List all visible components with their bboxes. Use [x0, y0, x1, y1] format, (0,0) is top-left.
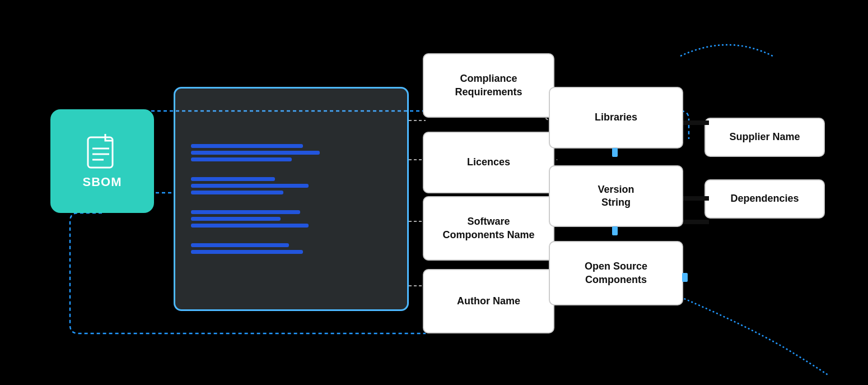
- black-connector-1: [683, 120, 709, 125]
- version-string-label: Version String: [598, 183, 634, 210]
- software-components-box: Software Components Name: [423, 196, 554, 261]
- bar-4: [191, 177, 275, 181]
- licences-label: Licences: [467, 156, 510, 169]
- document-panel: [174, 87, 409, 311]
- licences-box: Licences: [423, 132, 554, 193]
- compliance-requirements-box: Compliance Requirements: [423, 53, 554, 118]
- diagram-container: .dashed-blue { stroke: #2299ff; stroke-w…: [0, 0, 868, 385]
- bar-11: [191, 250, 303, 254]
- compliance-requirements-label: Compliance Requirements: [455, 72, 522, 99]
- bar-8: [191, 217, 281, 221]
- sbom-label: SBOM: [83, 175, 122, 189]
- dependencies-label: Dependencies: [730, 192, 799, 205]
- bar-5: [191, 184, 309, 188]
- author-name-label: Author Name: [457, 295, 520, 308]
- libraries-label: Libraries: [595, 111, 637, 124]
- libraries-box: Libraries: [549, 87, 683, 149]
- bar-3: [191, 157, 292, 161]
- bar-2: [191, 151, 320, 155]
- open-source-components-label: Open Source Components: [585, 260, 647, 286]
- libraries-connector: [612, 148, 618, 157]
- bar-10: [191, 243, 289, 247]
- version-connector: [612, 226, 618, 235]
- software-components-label: Software Components Name: [442, 215, 534, 242]
- dependencies-box: Dependencies: [704, 179, 825, 219]
- author-name-box: Author Name: [423, 269, 554, 333]
- bar-6: [191, 191, 283, 194]
- open-source-connector: [682, 273, 688, 282]
- bar-7: [191, 210, 300, 214]
- supplier-name-label: Supplier Name: [729, 131, 800, 143]
- sbom-document-icon: [87, 133, 118, 169]
- bar-9: [191, 224, 309, 228]
- black-connector-2: [683, 196, 709, 201]
- sbom-box: SBOM: [50, 109, 154, 213]
- svg-rect-2: [88, 137, 113, 168]
- version-string-box: Version String: [549, 165, 683, 227]
- bar-1: [191, 144, 303, 148]
- black-connector-3: [683, 220, 709, 224]
- supplier-name-box: Supplier Name: [704, 118, 825, 157]
- open-source-components-box: Open Source Components: [549, 241, 683, 305]
